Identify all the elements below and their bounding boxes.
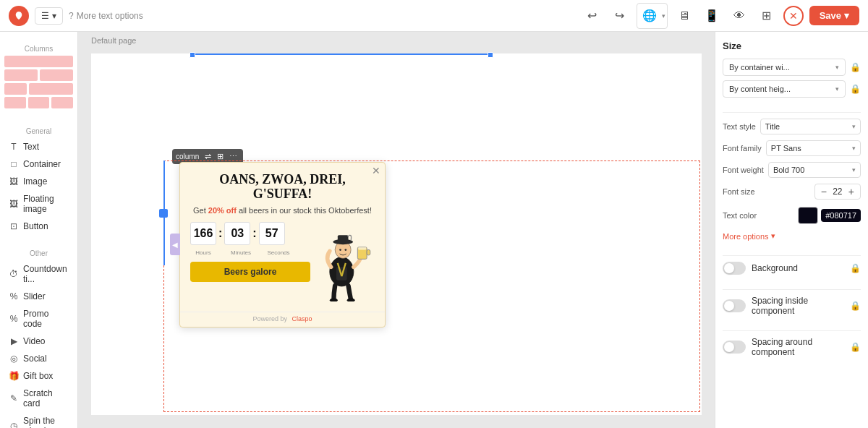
spacing-around-toggle[interactable] xyxy=(723,341,746,354)
col-row-2[interactable] xyxy=(4,69,73,81)
app-logo xyxy=(9,6,29,26)
spacing-inside-toggle-row: Spacing inside component 🔒 xyxy=(723,296,861,316)
size-row-1: By container wi... ▾ 🔒 xyxy=(723,59,861,76)
powered-by-label: Powered by Claspo xyxy=(252,315,312,322)
hamburger-icon: ☰ xyxy=(41,11,49,21)
more-options-button[interactable]: More options ▾ xyxy=(723,231,861,241)
question-icon: ? xyxy=(69,11,74,21)
size-title: Size xyxy=(723,40,861,51)
col-row-1[interactable] xyxy=(4,56,73,67)
svg-rect-6 xyxy=(337,235,348,243)
promo-icon: % xyxy=(9,314,19,324)
popup-widget: ✕ ◀ OANS, ZWOA, DREI, G'SUFFA! Get 20% o… xyxy=(179,162,386,328)
font-size-decrement[interactable]: − xyxy=(820,187,828,197)
sidebar-item-social[interactable]: ◎ Social xyxy=(4,350,73,367)
minutes-label: Minutes xyxy=(228,249,254,256)
undo-button[interactable]: ↩ xyxy=(582,5,603,27)
sidebar-item-scratch-card[interactable]: ✎ Scratch card xyxy=(4,385,73,412)
other-label: Other xyxy=(4,249,73,257)
hours-label: Hours xyxy=(190,249,216,256)
col-block xyxy=(4,97,26,108)
col-grid-btn[interactable]: ⊞ xyxy=(215,151,226,162)
sidebar-item-slider[interactable]: % Slider xyxy=(4,288,73,305)
svg-point-13 xyxy=(346,298,354,301)
close-button[interactable]: ✕ xyxy=(783,6,804,26)
font-weight-row: Font weight Bold 700 ▾ xyxy=(723,162,861,178)
image-icon: 🖼 xyxy=(9,176,19,187)
menu-button[interactable]: ☰ ▾ xyxy=(35,7,63,25)
dropdown-chevron: ▾ xyxy=(852,145,856,152)
slider-icon: % xyxy=(9,291,19,301)
size-dropdown-2[interactable]: By content heig... ▾ xyxy=(723,80,846,98)
background-toggle-row: Background 🔒 xyxy=(723,262,861,275)
popup-arrow-left[interactable]: ◀ xyxy=(170,234,180,255)
col-block xyxy=(4,83,27,95)
sidebar-item-floating-image[interactable]: 🖼 Floating image xyxy=(4,190,73,218)
font-weight-dropdown[interactable]: Bold 700 ▾ xyxy=(768,162,861,178)
save-chevron-icon: ▾ xyxy=(844,10,849,21)
popup-close-button[interactable]: ✕ xyxy=(372,166,380,176)
tablet-button[interactable]: 📱 xyxy=(701,5,723,27)
toggle-knob xyxy=(724,342,734,352)
menu-chevron-icon: ▾ xyxy=(52,11,56,21)
spacing-around-label: Spacing around component xyxy=(752,337,843,357)
sidebar-item-spin-wheel[interactable]: ◷ Spin the wheel xyxy=(4,412,73,428)
font-size-value: 22 xyxy=(831,187,844,197)
device-chevron-icon: ▾ xyxy=(662,12,665,20)
text-color-row: Text color #080717 xyxy=(723,207,861,224)
col-block xyxy=(28,97,50,108)
popup-timer: 166 : 03 : 57 xyxy=(190,222,310,245)
sidebar-item-button[interactable]: ⊡ Button xyxy=(4,218,73,235)
font-family-row: Font family PT Sans ▾ xyxy=(723,140,861,156)
grid-button[interactable]: ⊞ xyxy=(756,5,778,27)
dropdown-chevron: ▾ xyxy=(852,166,856,174)
font-family-dropdown[interactable]: PT Sans ▾ xyxy=(766,140,861,156)
sidebar-item-gift-box[interactable]: 🎁 Gift box xyxy=(4,367,73,385)
eye-button[interactable]: 👁 xyxy=(728,5,750,27)
divider xyxy=(723,330,861,331)
col-block xyxy=(4,56,73,67)
font-size-increment[interactable]: + xyxy=(847,187,856,197)
video-icon: ▶ xyxy=(9,336,19,346)
left-sidebar: Columns General T Text xyxy=(0,32,78,428)
color-swatch[interactable] xyxy=(798,207,818,224)
more-options-chevron-icon: ▾ xyxy=(771,231,775,241)
save-button[interactable]: Save ▾ xyxy=(809,6,859,25)
col-block xyxy=(51,97,73,108)
size-dropdown-1[interactable]: By container wi... ▾ xyxy=(723,59,846,76)
redo-button[interactable]: ↪ xyxy=(609,5,631,27)
sidebar-item-countdown[interactable]: ⏱ Countdown ti... xyxy=(4,260,73,288)
lock-icon: 🔒 xyxy=(850,62,861,72)
font-family-label: Font family xyxy=(723,144,762,153)
svg-rect-10 xyxy=(367,249,370,254)
font-size-row: Font size − 22 + xyxy=(723,184,861,200)
sidebar-item-video[interactable]: ▶ Video xyxy=(4,333,73,350)
timer-hours: 166 xyxy=(190,222,216,245)
divider xyxy=(723,255,861,256)
spin-icon: ◷ xyxy=(9,421,19,428)
sidebar-item-image[interactable]: 🖼 Image xyxy=(4,173,73,190)
popup-image xyxy=(313,222,375,301)
sidebar-item-text[interactable]: T Text xyxy=(4,138,73,155)
background-toggle[interactable] xyxy=(723,262,746,275)
col-block xyxy=(40,69,73,81)
sidebar-item-container[interactable]: □ Container xyxy=(4,155,73,173)
globe-button[interactable]: 🌐 xyxy=(639,5,660,27)
col-more-btn[interactable]: ⋯ xyxy=(227,151,239,162)
col-row-3[interactable] xyxy=(4,83,73,95)
col-swap-btn[interactable]: ⇌ xyxy=(203,151,213,162)
columns-group xyxy=(4,56,73,108)
spacing-inside-toggle[interactable] xyxy=(723,299,746,312)
desktop-button[interactable]: 🖥 xyxy=(673,5,695,27)
columns-label: Columns xyxy=(4,45,73,53)
popup-subtitle: Get 20% off all beers in our stock this … xyxy=(190,206,375,215)
more-text-options-btn[interactable]: ? More text options xyxy=(69,11,143,21)
countdown-icon: ⏱ xyxy=(9,269,19,279)
svg-point-7 xyxy=(339,249,341,251)
spacing-around-lock-icon: 🔒 xyxy=(850,342,861,352)
text-style-dropdown[interactable]: Title ▾ xyxy=(760,119,861,134)
sidebar-item-promo-code[interactable]: % Promo code xyxy=(4,305,73,333)
col-row-4[interactable] xyxy=(4,97,73,108)
cta-button[interactable]: Beers galore xyxy=(190,262,310,282)
spacing-inside-label: Spacing inside component xyxy=(752,296,843,316)
